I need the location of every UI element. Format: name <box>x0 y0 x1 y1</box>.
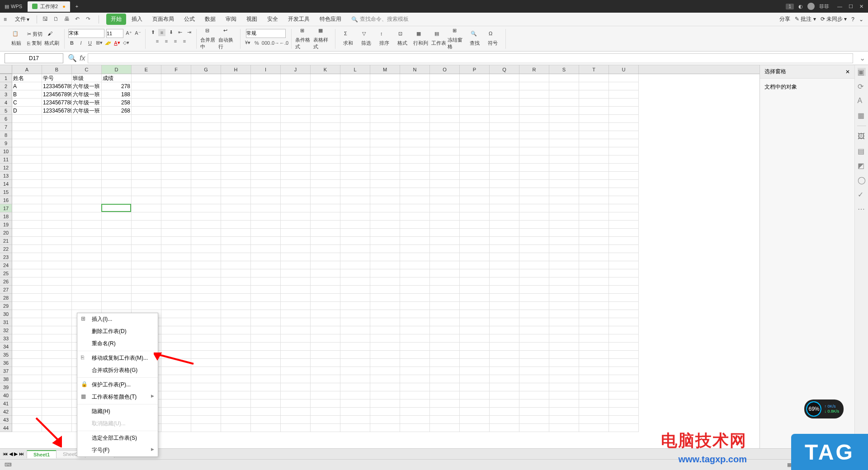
cell[interactable] <box>311 74 340 82</box>
cell[interactable] <box>579 294 609 302</box>
cell[interactable] <box>549 212 579 221</box>
cell[interactable] <box>609 147 639 155</box>
cell[interactable] <box>519 261 549 269</box>
cell[interactable] <box>430 107 460 115</box>
cell[interactable] <box>161 424 191 432</box>
cell[interactable] <box>251 212 281 221</box>
cell[interactable]: 188 <box>102 90 132 99</box>
row-header[interactable]: 40 <box>0 391 12 400</box>
expand-formula-icon[interactable]: ⌄ <box>857 54 868 62</box>
cell[interactable] <box>102 147 132 155</box>
cell[interactable] <box>311 334 340 343</box>
cell[interactable] <box>42 164 72 172</box>
cell[interactable] <box>72 253 102 261</box>
cell[interactable]: 六年级一班 <box>72 82 102 90</box>
cell[interactable] <box>519 82 549 90</box>
cell[interactable] <box>221 74 251 82</box>
cell[interactable] <box>579 253 609 261</box>
cell[interactable] <box>460 416 490 424</box>
cell[interactable] <box>251 351 281 359</box>
cell[interactable] <box>12 147 42 155</box>
cell[interactable] <box>132 74 161 82</box>
cell[interactable] <box>311 310 340 318</box>
table-icon[interactable]: ▦ <box>858 111 866 119</box>
cell[interactable]: B <box>12 90 42 99</box>
cell[interactable] <box>400 416 430 424</box>
cell[interactable] <box>161 107 191 115</box>
cell[interactable] <box>161 82 191 90</box>
cell[interactable] <box>370 424 400 432</box>
cell[interactable] <box>340 277 370 286</box>
cell[interactable] <box>191 90 221 99</box>
cell[interactable] <box>549 204 579 212</box>
cell[interactable] <box>42 269 72 277</box>
cell[interactable] <box>281 123 311 131</box>
cell[interactable] <box>161 334 191 343</box>
cell[interactable] <box>42 245 72 253</box>
row-header[interactable]: 35 <box>0 351 12 359</box>
cell[interactable] <box>370 131 400 139</box>
notification-badge[interactable]: 1 <box>786 4 794 9</box>
cell[interactable] <box>460 294 490 302</box>
cell[interactable] <box>370 99 400 107</box>
maximize-button[interactable]: ☐ <box>849 4 853 9</box>
cell[interactable] <box>519 155 549 164</box>
cell[interactable] <box>281 367 311 375</box>
picture-icon[interactable]: ◩ <box>858 161 866 169</box>
cell[interactable] <box>460 408 490 416</box>
cell[interactable] <box>549 416 579 424</box>
cell[interactable] <box>549 172 579 180</box>
cell[interactable] <box>609 74 639 82</box>
cell[interactable] <box>370 196 400 204</box>
cell[interactable] <box>311 318 340 326</box>
cell[interactable] <box>579 261 609 269</box>
find-button[interactable]: 🔍查找 <box>466 31 484 47</box>
cell[interactable] <box>430 253 460 261</box>
cell[interactable] <box>311 196 340 204</box>
cell[interactable] <box>519 383 549 391</box>
cell[interactable] <box>609 115 639 123</box>
cell[interactable] <box>430 196 460 204</box>
cell[interactable] <box>221 400 251 408</box>
cell[interactable] <box>340 90 370 99</box>
cell[interactable] <box>42 139 72 147</box>
cell[interactable] <box>370 416 400 424</box>
cell[interactable] <box>490 147 519 155</box>
cell[interactable] <box>430 212 460 221</box>
cell[interactable] <box>609 212 639 221</box>
cell[interactable] <box>490 237 519 245</box>
cell[interactable] <box>251 164 281 172</box>
cell[interactable] <box>490 400 519 408</box>
cell[interactable] <box>490 123 519 131</box>
col-header[interactable]: M <box>370 65 400 74</box>
cell[interactable] <box>430 367 460 375</box>
cell[interactable] <box>460 204 490 212</box>
cell[interactable]: 班级 <box>72 74 102 82</box>
col-header[interactable]: S <box>549 65 579 74</box>
cell[interactable] <box>311 359 340 367</box>
cell[interactable] <box>430 359 460 367</box>
tab-home[interactable]: 开始 <box>106 14 126 25</box>
cell[interactable] <box>519 269 549 277</box>
cell[interactable] <box>42 294 72 302</box>
cell[interactable] <box>221 82 251 90</box>
row-header[interactable]: 1 <box>0 74 12 82</box>
cell[interactable] <box>251 302 281 310</box>
cell[interactable] <box>251 408 281 416</box>
collapse-ribbon-icon[interactable]: ⌄ <box>859 16 863 23</box>
print-preview-icon[interactable]: 🗋 <box>53 16 61 23</box>
row-header[interactable]: 11 <box>0 155 12 164</box>
cell[interactable] <box>340 318 370 326</box>
cell[interactable] <box>400 383 430 391</box>
align-center-icon[interactable]: ≡ <box>163 38 170 45</box>
cell[interactable] <box>549 221 579 229</box>
cell[interactable] <box>519 367 549 375</box>
cell[interactable] <box>490 277 519 286</box>
cell[interactable] <box>251 229 281 237</box>
cell[interactable] <box>161 269 191 277</box>
cell[interactable] <box>579 359 609 367</box>
cell[interactable] <box>281 99 311 107</box>
cell[interactable] <box>340 326 370 334</box>
cell[interactable] <box>519 164 549 172</box>
cell[interactable] <box>191 123 221 131</box>
